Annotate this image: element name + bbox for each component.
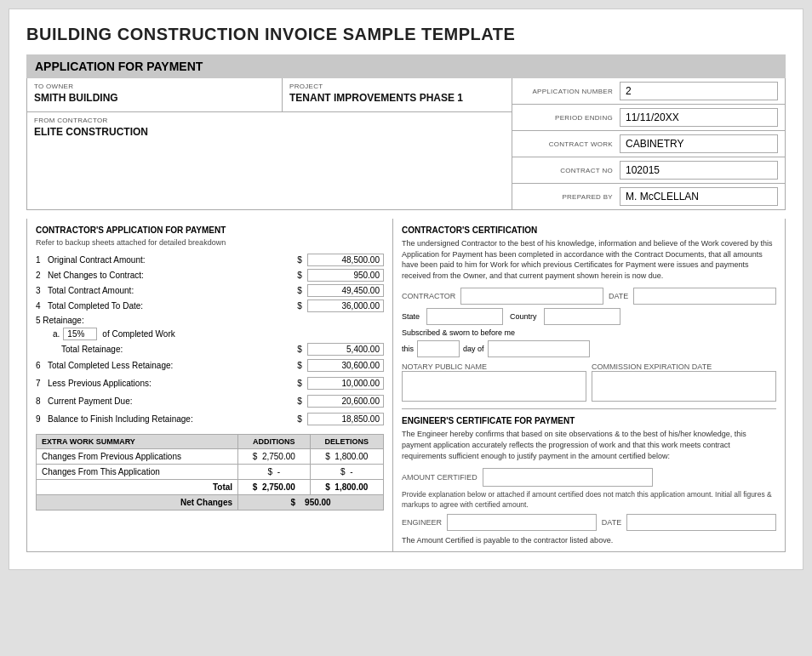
contractor-date-row: CONTRACTOR DATE xyxy=(402,288,776,305)
this-day-row: this day of xyxy=(402,340,776,357)
line-amount-3: 49,450.00 xyxy=(307,284,384,297)
engineer-label: ENGINEER xyxy=(402,518,442,527)
line-dollar-1: $ xyxy=(292,255,307,265)
page-container: BUILDING CONSTRUCTION INVOICE SAMPLE TEM… xyxy=(9,9,803,570)
project-field: PROJECT TENANT IMPROVEMENTS PHASE 1 xyxy=(283,78,512,111)
notary-label: Notary Public Name xyxy=(402,362,586,371)
contractor-cert-text: The undersigned Contractor to the best o… xyxy=(402,238,776,281)
engineer-box[interactable] xyxy=(447,514,597,531)
period-ending-row: PERIOD ENDING 11/11/20XX xyxy=(512,105,785,131)
line-desc-8: Current Payment Due: xyxy=(48,396,292,406)
line-item-3: 3 Total Contract Amount: $ 49,450.00 xyxy=(36,284,384,297)
contractor-field: FROM CONTRACTOR ELITE CONSTRUCTION xyxy=(27,112,512,145)
line-amount-7: 10,000.00 xyxy=(307,377,384,390)
contractor-value: ELITE CONSTRUCTION xyxy=(34,126,505,141)
state-country-row: State Country xyxy=(402,308,776,325)
small-note: Provide explanation below or attached if… xyxy=(402,490,776,511)
line-item-6: 6 Total Completed Less Retainage: $ 30,6… xyxy=(36,359,384,372)
line-dollar-9: $ xyxy=(292,414,307,424)
line-item-1: 1 Original Contract Amount: $ 48,500.00 xyxy=(36,254,384,266)
left-body: CONTRACTOR'S APPLICATION FOR PAYMENT Ref… xyxy=(27,219,393,551)
line-num-7: 7 xyxy=(36,379,48,388)
line-num-4: 4 xyxy=(36,301,48,311)
day-of-box[interactable] xyxy=(488,340,590,357)
left-section-title: CONTRACTOR'S APPLICATION FOR PAYMENT xyxy=(36,225,384,235)
line-num-2: 2 xyxy=(36,271,48,280)
total-retainage-amount: 5,400.00 xyxy=(307,343,384,356)
line-item-2: 2 Net Changes to Contract: $ 950.00 xyxy=(36,269,384,282)
line-item-8: 8 Current Payment Due: $ 20,600.00 xyxy=(36,395,384,408)
line-amount-4: 36,000.00 xyxy=(307,299,384,312)
top-fields: TO OWNER SMITH BUILDING PROJECT TENANT I… xyxy=(27,78,512,112)
extra-work-table: EXTRA WORK SUMMARY ADDITIONS DELETIONS C… xyxy=(36,434,384,511)
net-label: Net Changes xyxy=(37,495,238,511)
country-label: Country xyxy=(510,312,537,321)
retainage-pct-label: of Completed Work xyxy=(102,329,174,339)
total-retainage-row: Total Retainage: $ 5,400.00 xyxy=(36,343,384,356)
line-item-9: 9 Balance to Finish Including Retainage:… xyxy=(36,413,384,425)
extra-work-title-header: EXTRA WORK SUMMARY xyxy=(37,435,238,449)
retainage-pct-value: 15% xyxy=(63,328,97,340)
left-subtitle: Refer to backup sheets attached for deta… xyxy=(36,238,384,247)
this-day-box[interactable] xyxy=(417,340,460,357)
extra-work-del-2: $ - xyxy=(310,465,383,480)
line-num-6: 6 xyxy=(36,361,48,370)
prepared-by-label: PREPARED BY xyxy=(519,193,613,201)
state-box[interactable] xyxy=(426,308,503,325)
engineer-date-row: ENGINEER DATE xyxy=(402,514,776,531)
owner-field: TO OWNER SMITH BUILDING xyxy=(27,78,283,111)
line-item-7: 7 Less Previous Applications: $ 10,000.0… xyxy=(36,377,384,390)
app-number-value: 2 xyxy=(620,82,778,100)
extra-work-label-2: Changes From This Application xyxy=(37,465,238,480)
app-number-row: APPLICATION NUMBER 2 xyxy=(512,78,785,105)
prepared-by-value: M. McCLELLAN xyxy=(620,187,778,206)
period-ending-value: 11/11/20XX xyxy=(620,108,778,127)
retainage-label: 5 Retainage: xyxy=(36,316,84,325)
engineer-cert-title: ENGINEER'S CERTIFICATE FOR PAYMENT xyxy=(402,416,776,425)
line-dollar-6: $ xyxy=(292,361,307,370)
owner-value: SMITH BUILDING xyxy=(34,92,275,107)
contractor-cert-title: CONTRACTOR'S CERTIFICATION xyxy=(402,225,776,235)
app-header: APPLICATION FOR PAYMENT xyxy=(26,54,786,78)
extra-work-row-1: Changes From Previous Applications $ 2,7… xyxy=(37,449,384,465)
project-value: TENANT IMPROVEMENTS PHASE 1 xyxy=(289,92,505,107)
country-box[interactable] xyxy=(544,308,620,325)
date-box-1[interactable] xyxy=(633,288,776,305)
main-title: BUILDING CONSTRUCTION INVOICE SAMPLE TEM… xyxy=(26,25,786,44)
total-retainage-dollar: $ xyxy=(292,345,307,354)
contractor-label: FROM CONTRACTOR xyxy=(34,117,505,124)
contract-no-row: CONTRACT NO 102015 xyxy=(512,157,785,184)
contract-work-label: CONTRACT WORK xyxy=(519,140,613,148)
extra-work-net-row: Net Changes $ 950.00 xyxy=(37,495,384,511)
total-add: $ 2,750.00 xyxy=(238,480,310,495)
line-desc-2: Net Changes to Contract: xyxy=(48,271,292,280)
contractor-sig-label: CONTRACTOR xyxy=(402,292,455,300)
project-label: PROJECT xyxy=(289,83,505,90)
contract-no-value: 102015 xyxy=(620,161,778,180)
contractor-sig-box[interactable] xyxy=(460,288,603,305)
state-label: State xyxy=(402,312,420,321)
total-retainage-label: Total Retainage: xyxy=(48,345,292,354)
additions-header: ADDITIONS xyxy=(238,435,310,449)
line-dollar-3: $ xyxy=(292,286,307,295)
extra-work-add-2: $ - xyxy=(238,465,310,480)
retainage-sub-row: a. 15% of Completed Work xyxy=(53,328,384,340)
line-num-8: 8 xyxy=(36,396,48,406)
notary-box[interactable] xyxy=(402,371,586,402)
extra-work-add-1: $ 2,750.00 xyxy=(238,449,310,465)
line-num-3: 3 xyxy=(36,286,48,295)
line-amount-6: 30,600.00 xyxy=(307,359,384,372)
line-num-9: 9 xyxy=(36,414,48,424)
extra-work-total-row: Total $ 2,750.00 $ 1,800.00 xyxy=(37,480,384,495)
line-num-1: 1 xyxy=(36,255,48,265)
payable-note: The Amount Certified is payable to the c… xyxy=(402,536,776,545)
date-label-1: DATE xyxy=(609,292,628,300)
amount-certified-row: AMOUNT CERTIFIED xyxy=(402,468,776,487)
commission-box[interactable] xyxy=(592,371,776,402)
notary-commission-row: Notary Public Name Commission Expiration… xyxy=(402,362,776,402)
period-ending-label: PERIOD ENDING xyxy=(519,114,613,122)
line-item-4: 4 Total Completed To Date: $ 36,000.00 xyxy=(36,299,384,312)
date-box-2[interactable] xyxy=(626,514,776,531)
amount-certified-box[interactable] xyxy=(483,468,653,487)
line-desc-1: Original Contract Amount: xyxy=(48,255,292,265)
